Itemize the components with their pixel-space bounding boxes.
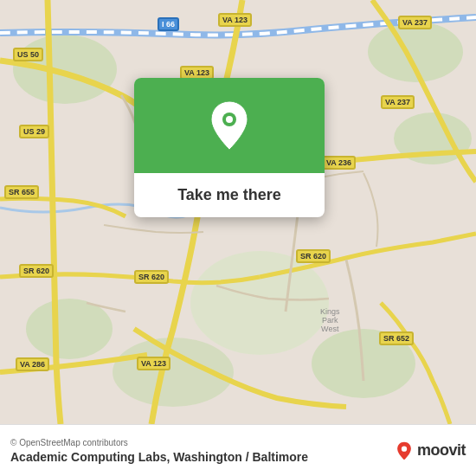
road-badge-us29: US 29 <box>19 125 49 138</box>
svg-point-4 <box>26 299 113 359</box>
kings-park-west-label: KingsParkWest <box>320 307 340 333</box>
road-badge-sr620-left: SR 620 <box>19 264 54 278</box>
road-badge-us50: US 50 <box>13 48 43 61</box>
popup-content: Take me there <box>134 173 325 217</box>
location-pin-icon <box>208 100 251 151</box>
take-me-there-button[interactable]: Take me there <box>177 182 281 209</box>
moovit-pin-icon <box>395 441 414 460</box>
road-badge-sr620-mid: SR 620 <box>134 270 169 284</box>
road-badge-va286: VA 286 <box>16 357 49 371</box>
road-badge-va236: VA 236 <box>322 156 356 170</box>
road-badge-va237-right: VA 237 <box>381 95 415 109</box>
bottom-info: © OpenStreetMap contributors Academic Co… <box>10 438 386 464</box>
svg-point-1 <box>13 35 117 104</box>
road-badge-sr652: SR 652 <box>379 331 414 345</box>
road-badge-va237-top: VA 237 <box>398 16 432 29</box>
road-badge-va123-top: VA 123 <box>218 13 252 27</box>
bottom-bar: © OpenStreetMap contributors Academic Co… <box>0 424 476 476</box>
location-name: Academic Computing Labs, Washington / Ba… <box>10 450 386 464</box>
moovit-label: moovit <box>417 441 466 460</box>
road-badge-sr655: SR 655 <box>4 185 39 199</box>
location-popup: Take me there <box>134 78 325 217</box>
svg-point-9 <box>226 116 233 123</box>
copyright-text: © OpenStreetMap contributors <box>10 438 386 447</box>
moovit-logo: moovit <box>395 441 466 460</box>
road-badge-sr620-right: SR 620 <box>296 249 331 263</box>
road-badge-va123-bot: VA 123 <box>137 357 170 370</box>
popup-header <box>134 78 325 173</box>
map-view: I 66 VA 123 US 50 VA 237 VA 123 US 29 VA… <box>0 0 476 424</box>
svg-point-10 <box>402 446 407 451</box>
road-badge-i66: I 66 <box>158 17 179 31</box>
